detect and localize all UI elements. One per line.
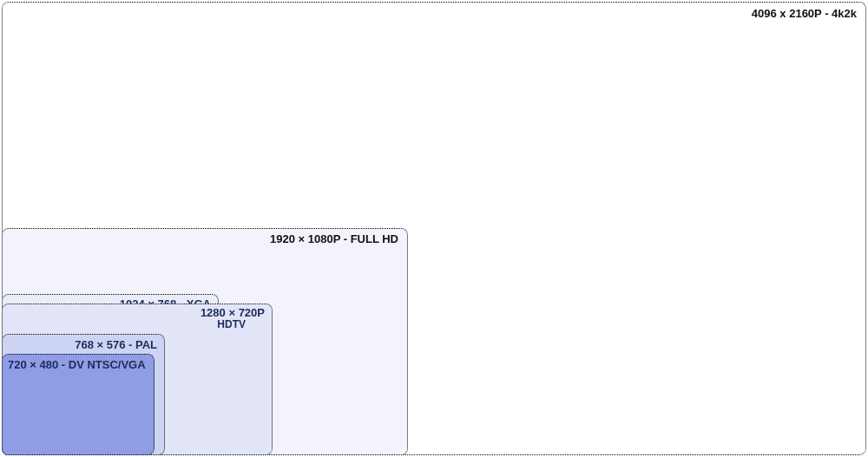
label-ntsc: 720 × 480 - DV NTSC/VGA bbox=[8, 358, 146, 371]
label-4k2k: 4096 x 2160P - 4k2k bbox=[752, 7, 857, 20]
label-hdtv-sub: HDTV bbox=[217, 318, 246, 330]
resolution-diagram: 4096 x 2160P - 4k2k 1920 × 1080P - FULL … bbox=[0, 0, 868, 457]
label-hdtv: 1280 × 720P bbox=[201, 306, 265, 319]
label-fullhd: 1920 × 1080P - FULL HD bbox=[270, 232, 398, 245]
label-pal: 768 × 576 - PAL bbox=[75, 338, 157, 351]
box-ntsc: 720 × 480 - DV NTSC/VGA bbox=[2, 354, 155, 455]
